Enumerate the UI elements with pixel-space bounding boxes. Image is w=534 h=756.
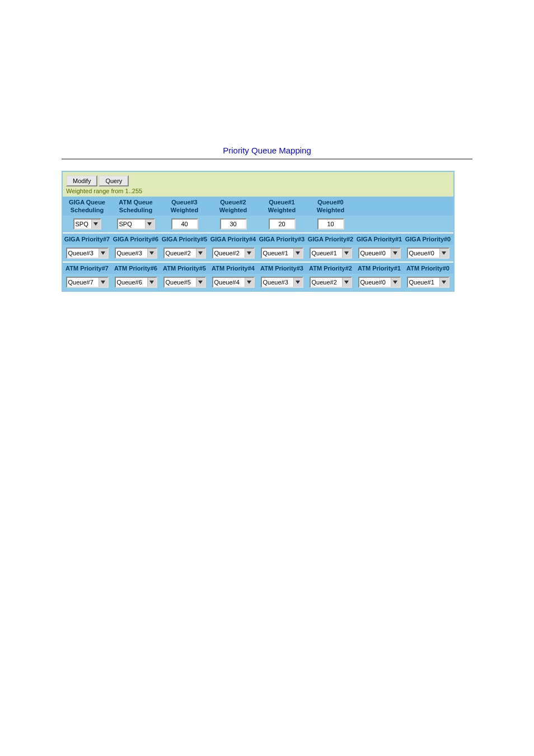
- hdr-giga-p4: GIGA Priority#4: [209, 234, 257, 245]
- svg-marker-3: [149, 251, 154, 255]
- q0-weighted-input[interactable]: [317, 218, 344, 230]
- hdr-giga-p2: GIGA Priority#2: [306, 234, 355, 245]
- chevron-down-icon[interactable]: [293, 249, 302, 258]
- q3-weighted-input[interactable]: [171, 218, 198, 230]
- hdr-atm-p2: ATM Priority#2: [306, 263, 355, 274]
- chevron-down-icon[interactable]: [99, 249, 107, 258]
- svg-marker-1: [147, 222, 152, 226]
- atm-p1-value[interactable]: [359, 278, 391, 287]
- atm-p6-select[interactable]: [115, 277, 157, 288]
- scheduling-header-row: GIGA Queue Scheduling ATM Queue Scheduli…: [63, 197, 453, 216]
- chevron-down-icon[interactable]: [342, 278, 351, 287]
- giga-sched-select[interactable]: [73, 218, 101, 230]
- svg-marker-5: [247, 251, 251, 255]
- chevron-down-icon[interactable]: [196, 249, 205, 258]
- chevron-down-icon[interactable]: [245, 249, 254, 258]
- hdr-giga-p1: GIGA Priority#1: [355, 234, 404, 245]
- chevron-down-icon[interactable]: [145, 220, 154, 228]
- chevron-down-icon[interactable]: [391, 249, 400, 258]
- mapping-table: Modify Query Weighted range from 1..255 …: [62, 171, 455, 292]
- atm-p2-value[interactable]: [311, 278, 342, 287]
- giga-p2-value[interactable]: [311, 249, 342, 258]
- atm-p4-value[interactable]: [213, 278, 245, 287]
- chevron-down-icon[interactable]: [245, 278, 254, 287]
- atm-p5-select[interactable]: [163, 277, 206, 288]
- hdr-giga-p3: GIGA Priority#3: [257, 234, 306, 245]
- giga-p2-select[interactable]: [310, 248, 352, 259]
- hdr-q0-weighted: Queue#0 Weighted: [306, 197, 355, 216]
- atm-p7-select[interactable]: [66, 277, 109, 288]
- query-button[interactable]: Query: [99, 175, 129, 186]
- atm-p3-select[interactable]: [261, 277, 303, 288]
- giga-p4-value[interactable]: [213, 249, 245, 258]
- giga-p7-value[interactable]: [67, 249, 99, 258]
- giga-p4-select[interactable]: [212, 248, 255, 259]
- atm-sched-value[interactable]: [118, 220, 145, 228]
- atm-p4-select[interactable]: [212, 277, 255, 288]
- hdr-atm-p6: ATM Priority#6: [111, 263, 160, 274]
- chevron-down-icon[interactable]: [342, 249, 351, 258]
- hdr-atm-p7: ATM Priority#7: [63, 263, 111, 274]
- giga-p5-value[interactable]: [165, 249, 196, 258]
- giga-p6-value[interactable]: [116, 249, 147, 258]
- atm-p0-value[interactable]: [408, 278, 439, 287]
- atm-priority-header-row: ATM Priority#7 ATM Priority#6 ATM Priori…: [63, 263, 453, 274]
- chevron-down-icon[interactable]: [147, 278, 156, 287]
- hdr-q2-weighted: Queue#2 Weighted: [209, 197, 257, 216]
- giga-p0-select[interactable]: [407, 248, 449, 259]
- svg-marker-12: [198, 281, 203, 284]
- hdr-atm-p0: ATM Priority#0: [404, 263, 452, 274]
- giga-sched-value[interactable]: [74, 220, 91, 228]
- chevron-down-icon[interactable]: [293, 278, 302, 287]
- giga-p0-value[interactable]: [408, 249, 439, 258]
- weighted-hint: Weighted range from 1..255: [66, 188, 450, 194]
- chevron-down-icon[interactable]: [147, 249, 156, 258]
- q2-weighted-input[interactable]: [220, 218, 247, 230]
- svg-marker-7: [344, 251, 349, 255]
- atm-sched-select[interactable]: [117, 218, 155, 230]
- giga-p3-value[interactable]: [262, 249, 293, 258]
- q1-weighted-input[interactable]: [269, 218, 296, 230]
- svg-marker-6: [296, 251, 300, 255]
- svg-marker-0: [93, 222, 98, 226]
- modify-button[interactable]: Modify: [66, 175, 97, 186]
- svg-marker-4: [198, 251, 203, 255]
- giga-p1-value[interactable]: [359, 249, 391, 258]
- hdr-giga-p5: GIGA Priority#5: [160, 234, 209, 245]
- chevron-down-icon[interactable]: [196, 278, 205, 287]
- giga-p1-select[interactable]: [358, 248, 401, 259]
- atm-p3-value[interactable]: [262, 278, 293, 287]
- svg-marker-10: [101, 281, 105, 284]
- svg-marker-15: [344, 281, 349, 284]
- svg-marker-13: [247, 281, 251, 284]
- hdr-empty-2: [404, 197, 452, 216]
- giga-p5-select[interactable]: [163, 248, 206, 259]
- svg-marker-8: [393, 251, 397, 255]
- hdr-atm-p3: ATM Priority#3: [257, 263, 306, 274]
- atm-p7-value[interactable]: [67, 278, 99, 287]
- svg-marker-14: [296, 281, 300, 284]
- chevron-down-icon[interactable]: [439, 278, 448, 287]
- atm-p1-select[interactable]: [358, 277, 401, 288]
- giga-p7-select[interactable]: [66, 248, 109, 259]
- atm-p6-value[interactable]: [116, 278, 147, 287]
- atm-p5-value[interactable]: [165, 278, 196, 287]
- chevron-down-icon[interactable]: [91, 220, 100, 228]
- chevron-down-icon[interactable]: [391, 278, 400, 287]
- giga-priority-control-row: [63, 245, 453, 262]
- svg-marker-16: [393, 281, 397, 284]
- page-title: Priority Queue Mapping: [62, 146, 472, 158]
- hdr-empty-1: [355, 197, 404, 216]
- title-separator: [62, 158, 472, 160]
- scheduling-control-row: [63, 216, 453, 232]
- hdr-atm-p1: ATM Priority#1: [355, 263, 404, 274]
- hdr-giga-p7: GIGA Priority#7: [63, 234, 111, 245]
- giga-p6-select[interactable]: [115, 248, 157, 259]
- giga-p3-select[interactable]: [261, 248, 303, 259]
- hdr-q1-weighted: Queue#1 Weighted: [257, 197, 306, 216]
- chevron-down-icon[interactable]: [99, 278, 107, 287]
- atm-priority-control-row: [63, 274, 453, 291]
- chevron-down-icon[interactable]: [439, 249, 448, 258]
- atm-p2-select[interactable]: [310, 277, 352, 288]
- atm-p0-select[interactable]: [407, 277, 449, 288]
